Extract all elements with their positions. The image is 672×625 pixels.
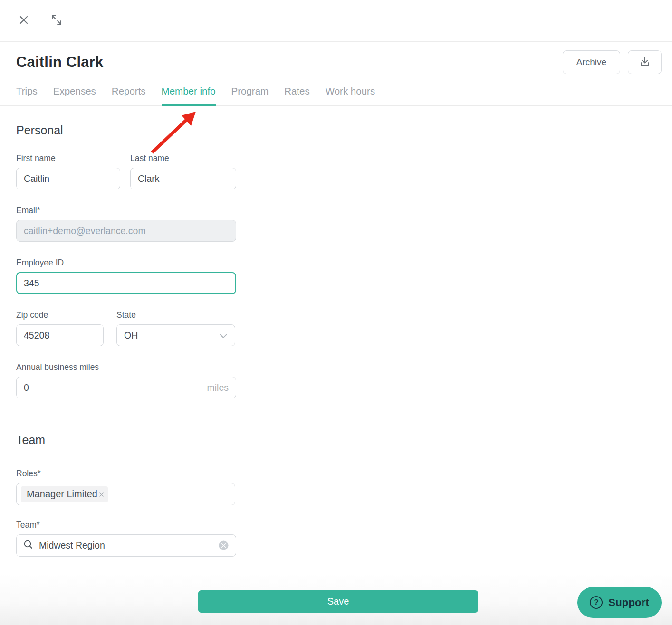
support-button-label: Support <box>608 597 649 609</box>
first-name-label: First name <box>16 153 120 163</box>
zip-state-row: Zip code State OH <box>16 310 672 346</box>
tab-member-info[interactable]: Member info <box>162 85 216 106</box>
role-tag-label: Manager Limited <box>27 489 97 500</box>
roles-input[interactable]: Manager Limited <box>16 483 235 505</box>
annual-miles-label: Annual business miles <box>16 362 672 372</box>
download-icon <box>639 56 651 69</box>
zip-code-input[interactable] <box>16 324 104 346</box>
header-actions: Archive <box>563 50 662 74</box>
personal-section-heading: Personal <box>16 123 672 137</box>
page-title: Caitlin Clark <box>16 54 103 71</box>
email-label: Email* <box>16 206 672 216</box>
state-selected-value: OH <box>124 330 138 341</box>
team-label: Team* <box>16 520 672 530</box>
team-value: Midwest Region <box>39 540 212 551</box>
help-icon: ? <box>590 596 603 609</box>
close-icon <box>18 14 29 27</box>
member-info-form: Personal First name Last name Email* Emp… <box>0 123 672 557</box>
state-label: State <box>116 310 235 320</box>
annual-miles-input[interactable]: 0 miles <box>16 377 236 398</box>
first-name-input[interactable] <box>16 168 120 189</box>
roles-label: Roles* <box>16 469 672 479</box>
employee-id-field-group: Employee ID <box>16 258 672 294</box>
role-tag-remove-icon[interactable] <box>99 492 104 497</box>
tab-trips[interactable]: Trips <box>16 85 38 106</box>
search-icon <box>23 540 33 551</box>
tab-reports[interactable]: Reports <box>112 85 146 106</box>
clear-team-icon[interactable] <box>218 540 229 551</box>
annual-miles-field-group: Annual business miles 0 miles <box>16 362 672 398</box>
modal-topbar <box>0 0 672 42</box>
employee-id-label: Employee ID <box>16 258 672 268</box>
state-select[interactable]: OH <box>116 324 235 346</box>
tab-program[interactable]: Program <box>231 85 269 106</box>
close-button[interactable] <box>18 14 29 27</box>
tab-work-hours[interactable]: Work hours <box>326 85 375 106</box>
annual-miles-value: 0 <box>24 382 29 393</box>
member-info-modal: Caitlin Clark Archive Trips Expenses Rep… <box>0 0 672 625</box>
name-row: First name Last name <box>16 153 672 189</box>
employee-id-input[interactable] <box>16 272 236 294</box>
save-button[interactable]: Save <box>198 590 478 613</box>
chevron-down-icon <box>219 330 228 341</box>
expand-icon <box>50 14 63 28</box>
last-name-input[interactable] <box>130 168 236 189</box>
footer: Save ? Support <box>0 573 672 625</box>
tab-expenses[interactable]: Expenses <box>53 85 96 106</box>
archive-button[interactable]: Archive <box>563 50 620 74</box>
team-search-input[interactable]: Midwest Region <box>16 534 236 557</box>
team-section-heading: Team <box>16 433 672 447</box>
team-field-group: Team* Midwest Region <box>16 520 672 557</box>
support-button[interactable]: ? Support <box>577 587 662 618</box>
zip-code-label: Zip code <box>16 310 104 320</box>
annual-miles-unit: miles <box>207 382 229 393</box>
download-button[interactable] <box>628 50 662 74</box>
member-tabs: Trips Expenses Reports Member info Progr… <box>0 85 672 106</box>
last-name-label: Last name <box>130 153 236 163</box>
email-field-group: Email* <box>16 206 672 242</box>
email-input <box>16 220 236 242</box>
tab-rates[interactable]: Rates <box>284 85 310 106</box>
roles-field-group: Roles* Manager Limited <box>16 469 672 505</box>
expand-button[interactable] <box>50 14 63 28</box>
role-tag: Manager Limited <box>21 486 108 502</box>
member-header: Caitlin Clark Archive <box>0 42 672 74</box>
